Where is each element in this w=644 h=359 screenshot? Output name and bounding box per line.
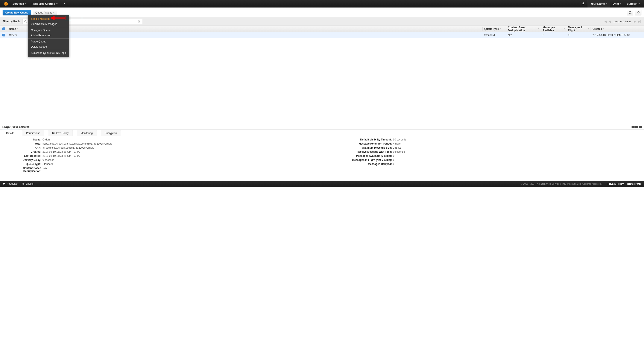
nav-account-label: Your Name — [590, 2, 605, 5]
detail-delay-label: Delivery Delay: — [6, 158, 41, 161]
queue-actions-button[interactable]: Queue Actions ▾ — [33, 10, 57, 15]
detail-created-value: 2017-08-10 11:03:28 GMT-07:00 — [42, 150, 80, 153]
language-link[interactable]: English — [22, 182, 34, 185]
pin-icon[interactable] — [60, 0, 69, 7]
detail-visibility-value: 30 seconds — [393, 138, 406, 141]
layout-single-icon — [632, 126, 634, 128]
detail-dedup-label: Content-Based Deduplication: — [6, 167, 41, 173]
top-navbar: Services▾ Resource Groups▾ Your Name▾ Oh… — [0, 0, 644, 7]
detail-dedup-value: N/A — [42, 167, 47, 173]
detail-name-value: Orders — [42, 138, 50, 141]
cell-dedup: N/A — [506, 32, 541, 38]
search-icon — [24, 20, 27, 23]
layout-toggle[interactable] — [632, 126, 642, 128]
svg-point-3 — [24, 20, 26, 22]
tab-details[interactable]: Details — [2, 130, 18, 136]
pager-prev-button[interactable]: ◀ — [608, 20, 611, 23]
nav-region[interactable]: Ohio▾ — [610, 0, 624, 7]
detail-arn-value: arn:aws:sqs:us-east-2:585534329928:Order… — [42, 146, 94, 149]
nav-account[interactable]: Your Name▾ — [588, 0, 610, 7]
clear-filter-button[interactable]: ✕ — [137, 19, 141, 23]
footer-bar: Feedback English © 2008 - 2017, Amazon W… — [0, 181, 644, 187]
refresh-button[interactable] — [627, 10, 633, 15]
cell-name: Orders — [7, 32, 482, 38]
caret-down-icon: ▾ — [54, 11, 54, 14]
detail-delayed-label: Messages Delayed: — [326, 163, 392, 166]
menu-delete-queue[interactable]: Delete Queue — [28, 44, 69, 49]
detail-name-label: Name: — [6, 138, 41, 141]
detail-url-label: URL: — [6, 142, 41, 145]
terms-of-use-link[interactable]: Terms of Use — [626, 183, 642, 185]
detail-retention-label: Message Retention Period: — [326, 142, 392, 145]
tab-monitoring[interactable]: Monitoring — [77, 130, 97, 136]
notifications-icon[interactable] — [579, 0, 588, 7]
pager-last-button[interactable]: ▶| — [637, 20, 642, 23]
language-label: English — [26, 182, 34, 185]
tab-redrive-policy[interactable]: Redrive Policy — [48, 130, 73, 136]
feedback-label: Feedback — [7, 182, 18, 185]
checkbox-icon — [2, 27, 5, 30]
detail-delay-value: 0 seconds — [42, 158, 54, 161]
pager-next-button[interactable]: ▶ — [633, 20, 636, 23]
privacy-policy-link[interactable]: Privacy Policy — [608, 183, 624, 185]
col-messages-available[interactable]: Messages Available▾ — [541, 26, 566, 32]
sort-icon: ▾ — [603, 28, 604, 30]
table-header: Name▾ Queue Type▾ Content-Based Deduplic… — [0, 26, 644, 32]
filter-bar: Filter by Prefix: ✕ |◀ ◀ 1 to 1 of 1 ite… — [0, 17, 644, 26]
menu-configure-queue[interactable]: Configure Queue — [28, 28, 69, 33]
detail-maxsize-label: Maximum Message Size: — [326, 146, 392, 149]
col-select-all[interactable] — [0, 26, 7, 32]
menu-send-message[interactable]: Send a Message — [28, 16, 69, 21]
detail-waittime-value: 0 seconds — [393, 150, 405, 153]
detail-qtype-label: Queue Type: — [6, 163, 41, 166]
nav-services-label: Services — [12, 2, 24, 5]
nav-support[interactable]: Support▾ — [624, 0, 642, 7]
col-dedup[interactable]: Content-Based Deduplication▾ — [506, 26, 541, 32]
menu-view-delete-messages[interactable]: View/Delete Messages — [28, 21, 69, 26]
table-row[interactable]: Orders Standard N/A 0 0 2017-08-10 11:03… — [0, 32, 644, 38]
sort-icon: ▾ — [588, 28, 589, 30]
create-new-queue-label: Create New Queue — [5, 11, 28, 14]
split-handle[interactable]: • • • — [0, 38, 644, 124]
aws-logo-icon[interactable] — [4, 1, 8, 6]
feedback-link[interactable]: Feedback — [2, 182, 18, 185]
detail-maxsize-value: 256 KB — [393, 146, 402, 149]
col-name[interactable]: Name▾ — [7, 26, 482, 32]
settings-button[interactable] — [635, 10, 642, 15]
details-panel: Name:Orders URL:https://sqs.us-east-2.am… — [2, 136, 642, 178]
queue-actions-label: Queue Actions — [36, 11, 52, 14]
col-created[interactable]: Created▾ — [591, 26, 644, 32]
caret-down-icon: ▾ — [56, 3, 58, 5]
pager: |◀ ◀ 1 to 1 of 1 items ▶ ▶| — [603, 20, 642, 23]
sort-icon: ▾ — [17, 28, 18, 30]
row-checkbox[interactable] — [0, 32, 7, 38]
menu-subscribe-sns[interactable]: Subscribe Queue to SNS Topic — [28, 50, 69, 55]
nav-resource-groups[interactable]: Resource Groups▾ — [29, 0, 60, 7]
create-new-queue-button[interactable]: Create New Queue — [2, 10, 31, 15]
sort-icon: ▾ — [500, 28, 500, 30]
caret-down-icon: ▾ — [620, 3, 621, 5]
nav-resource-groups-label: Resource Groups — [32, 2, 55, 5]
pager-label: 1 to 1 of 1 items — [613, 20, 631, 23]
queue-actions-menu: Send a Message View/Delete Messages Conf… — [28, 15, 69, 57]
menu-add-permission[interactable]: Add a Permission — [28, 33, 69, 38]
cell-flight: 0 — [566, 32, 591, 38]
filter-label: Filter by Prefix: — [2, 20, 21, 23]
svg-line-4 — [26, 22, 26, 22]
copyright-text: © 2008 - 2017, Amazon Web Services, Inc.… — [521, 183, 602, 185]
col-queue-type[interactable]: Queue Type▾ — [482, 26, 506, 32]
detail-url-value: https://sqs.us-east-2.amazonaws.com/5855… — [42, 142, 112, 145]
tab-permissions[interactable]: Permissions — [22, 130, 44, 136]
pager-first-button[interactable]: |◀ — [603, 20, 607, 23]
detail-delayed-value: 0 — [393, 163, 394, 166]
menu-purge-queue[interactable]: Purge Queue — [28, 39, 69, 44]
tab-encryption[interactable]: Encryption — [101, 130, 121, 136]
detail-flight-label: Messages in Flight (Not Visible): — [326, 158, 392, 161]
detail-qtype-value: Standard — [42, 163, 53, 166]
nav-region-label: Ohio — [613, 2, 619, 5]
col-messages-in-flight[interactable]: Messages in Flight▾ — [566, 26, 591, 32]
checkbox-icon — [2, 34, 5, 36]
layout-full-icon — [639, 126, 642, 128]
nav-services[interactable]: Services▾ — [10, 0, 29, 7]
cell-avail: 0 — [541, 32, 566, 38]
